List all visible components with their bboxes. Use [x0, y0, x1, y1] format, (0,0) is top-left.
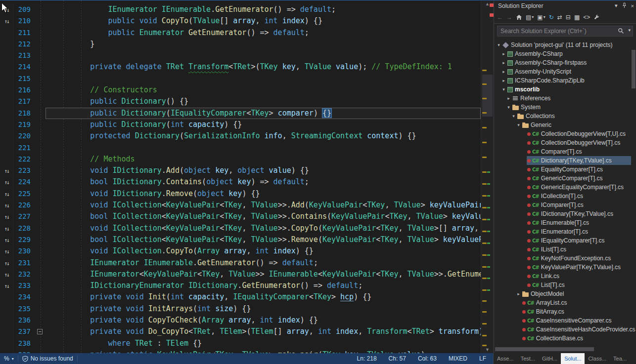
glyph-margin-cell[interactable] [0, 338, 13, 349]
forward-icon[interactable]: → [506, 14, 512, 21]
implements-icon[interactable]: ↑↓ [4, 214, 8, 220]
glyph-margin-cell[interactable] [0, 291, 13, 303]
tree-item[interactable]: C#Dictionary[TKey,TValue].cs [494, 156, 631, 165]
tree-item[interactable]: ▾Collections [494, 112, 631, 121]
code-text[interactable]: IDictionaryEnumerator IDictionary.GetEnu… [45, 280, 481, 291]
chevron-collapsed-icon[interactable]: ▸ [500, 60, 507, 65]
implements-icon[interactable]: ↑↓ [4, 248, 8, 255]
code-text[interactable]: public Dictionary() {} [45, 96, 481, 107]
tool-window-tab[interactable]: GitH... [539, 353, 561, 364]
implements-icon[interactable]: ↑↓ [4, 18, 8, 25]
se-hscrollbar-thumb[interactable] [495, 347, 594, 351]
tree-item[interactable]: C#Link.cs [494, 272, 631, 281]
code-text[interactable]: bool ICollection<KeyValuePair<TKey, TVal… [45, 211, 481, 222]
chevron-collapsed-icon[interactable]: ▸ [500, 69, 507, 74]
implements-icon[interactable]: ↑↓ [4, 283, 8, 289]
tree-item[interactable]: C#CollectionBase.cs [494, 334, 631, 343]
code-view-icon[interactable]: <> [583, 14, 590, 21]
tree-item[interactable]: C#ArrayList.cs [494, 298, 631, 307]
code-text[interactable] [45, 50, 481, 61]
code-text[interactable]: void ICollection.CopyTo(Array array, int… [45, 245, 481, 257]
search-icon[interactable] [618, 28, 624, 34]
code-text[interactable]: private delegate TRet Transform<TRet>(TK… [45, 61, 481, 73]
glyph-margin-cell[interactable] [0, 27, 13, 39]
tree-item[interactable]: C#KeyValuePair[TKey,TValue].cs [494, 263, 631, 272]
show-all-files-icon[interactable]: ▦ [574, 14, 580, 21]
code-text[interactable]: IEnumerator IEnumerable.GetEnumerator() … [45, 257, 481, 269]
code-text[interactable]: void ICollection<KeyValuePair<TKey, TVal… [45, 223, 481, 234]
code-text[interactable] [45, 142, 481, 154]
glyph-margin-cell[interactable] [0, 130, 13, 142]
glyph-margin-cell[interactable]: ↑↓ [0, 234, 13, 245]
chevron-expanded-icon[interactable]: ▾ [500, 87, 507, 92]
glyph-margin-cell[interactable]: ↑↓ [0, 223, 13, 234]
tool-window-tab[interactable]: Tea... [610, 353, 630, 364]
tree-item[interactable]: ▸Assembly-CSharp [494, 49, 631, 58]
code-text[interactable]: private void Do_CopyTo<TRet, TElem>(TEle… [45, 326, 481, 337]
code-text[interactable]: } [45, 39, 481, 50]
tree-item[interactable]: C#IList[T].cs [494, 245, 631, 254]
tool-window-tab[interactable]: Test... [517, 353, 539, 364]
tree-item[interactable]: ▾mscorlib [494, 85, 631, 94]
code-text[interactable]: protected Dictionary(SerializationInfo i… [45, 130, 481, 142]
tool-window-tab[interactable]: Asse... [494, 353, 517, 364]
code-text[interactable]: public Enumerator GetEnumerator() => def… [45, 27, 481, 39]
code-text[interactable]: IEnumerator<KeyValuePair<TKey, TValue>> … [45, 269, 481, 280]
glyph-margin-cell[interactable]: ↑↓ [0, 257, 13, 269]
refresh-icon[interactable]: ↻ [549, 14, 554, 21]
implements-icon[interactable]: ↑↓ [4, 191, 8, 198]
code-text[interactable]: private void CopyToCheck(Array array, in… [45, 315, 481, 326]
code-text[interactable]: public Dictionary(IEqualityComparer<TKey… [45, 108, 481, 119]
glyph-margin-cell[interactable]: ↑↓ [0, 165, 13, 176]
implements-icon[interactable]: ↑↓ [4, 168, 8, 174]
close-icon[interactable]: × [631, 3, 634, 9]
glyph-margin-cell[interactable] [0, 39, 13, 50]
editor-scrollbar[interactable]: ▲ ▼ [481, 0, 494, 353]
glyph-margin-cell[interactable] [0, 315, 13, 326]
code-text[interactable]: void IDictionary.Remove(object key) {} [45, 188, 481, 200]
glyph-margin-cell[interactable] [0, 326, 13, 337]
pin-icon[interactable] [622, 2, 627, 9]
tree-item[interactable]: ▾System [494, 103, 631, 112]
tree-item[interactable]: C#IComparer[T].cs [494, 201, 631, 209]
fold-collapse-box[interactable]: − [37, 329, 43, 334]
implements-icon[interactable]: ↑↓ [4, 237, 8, 243]
search-input[interactable] [497, 26, 633, 37]
glyph-margin-cell[interactable] [0, 349, 13, 353]
tree-item[interactable]: ▸Assembly-UnityScript [494, 67, 631, 76]
implements-icon[interactable]: ↑↓ [4, 260, 8, 267]
tree-item[interactable]: C#GenericEqualityComparer[T].cs [494, 183, 631, 192]
chevron-expanded-icon[interactable]: ▾ [505, 105, 512, 110]
tree-item[interactable]: C#EqualityComparer[T].cs [494, 165, 631, 174]
code-editor[interactable]: ↑↓209 IEnumerator IEnumerable.GetEnumera… [0, 0, 481, 353]
glyph-margin-cell[interactable]: ↑↓ [0, 245, 13, 257]
glyph-margin-cell[interactable] [0, 73, 13, 84]
code-text[interactable]: public Dictionary(int capacity) {} [45, 119, 481, 130]
tree-item[interactable]: C#IEnumerator[T].cs [494, 227, 631, 236]
chevron-collapsed-icon[interactable]: ▸ [515, 291, 522, 296]
code-text[interactable]: void ICollection<KeyValuePair<TKey, TVal… [45, 200, 481, 211]
code-text[interactable]: public void CopyTo(TValue[] array, int i… [45, 15, 481, 27]
tree-item[interactable]: C#List[T].cs [494, 281, 631, 289]
tree-item[interactable]: C#KeyNotFoundException.cs [494, 254, 631, 263]
properties-icon[interactable] [593, 14, 599, 20]
glyph-margin-cell[interactable] [0, 154, 13, 165]
glyph-margin-cell[interactable]: ↑↓ [0, 280, 13, 291]
tree-item[interactable]: C#CaseInsensitiveHashCodeProvider.cs [494, 325, 631, 334]
glyph-margin-cell[interactable]: ↑↓ [0, 188, 13, 200]
code-text[interactable]: private void Init(int capacity, IEqualit… [45, 291, 481, 303]
glyph-margin-cell[interactable]: ↑↓ [0, 211, 13, 222]
implements-icon[interactable]: ↑↓ [4, 202, 8, 209]
glyph-margin-cell[interactable]: ↑↓ [0, 15, 13, 27]
home-icon[interactable] [516, 14, 522, 20]
chevron-expanded-icon[interactable]: ▾ [496, 42, 502, 47]
glyph-margin-cell[interactable]: ↑↓ [0, 269, 13, 280]
se-scrollbar-thumb[interactable] [632, 50, 636, 88]
scrollbar-thumb[interactable] [482, 75, 493, 117]
tree-item[interactable]: ▾Generic [494, 121, 631, 129]
tool-window-tab[interactable]: Solut... [561, 353, 585, 364]
code-text[interactable]: // Constructors [45, 84, 481, 96]
glyph-margin-cell[interactable] [0, 108, 13, 119]
implements-icon[interactable]: ↑↓ [4, 272, 8, 278]
code-text[interactable]: private void InitArrays(int size) {} [45, 303, 481, 315]
